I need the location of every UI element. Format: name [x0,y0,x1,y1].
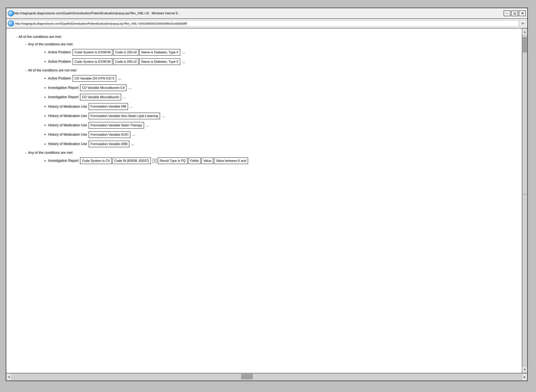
conditions-tree: - All of the conditions are met: - Any o… [16,34,516,164]
ellipsis: ... [118,76,121,81]
horizontal-scrollbar: ◄ ► [6,373,527,381]
tag-box: Formulation Variable DM [89,103,128,110]
level1-any2-label: Any of the conditions are met: [28,150,73,155]
vertical-scrollbar: ▲ ▼ [522,28,527,373]
ellipsis: ... [131,141,134,147]
item-type-label: Investigation Report [48,158,79,163]
bullet-row: • Investigation Report Code System is C4… [44,157,516,164]
item-type-label: History of Medication Use [48,122,87,128]
bullet-dot: • [44,103,46,110]
tag-box: Value [201,157,213,164]
ellipsis: ... [182,59,185,64]
tag-box: CD Variable DX-HTN-ICD 9 [73,75,116,82]
ellipsis: ... [132,132,135,137]
scroll-right-button[interactable]: ► [522,373,527,381]
bullet-dot: • [44,49,46,55]
ellipsis: ... [123,94,126,100]
not-item-3: • Investigation Report CD Variable Micro… [44,94,516,100]
tag-box: Code System is ICD9CM [73,58,112,65]
main-content: - All of the conditions are met: - Any o… [6,28,522,373]
title-bar-controls: ─ ◻ ✕ [503,10,526,16]
bullet-row: • Active Problem Code System is ICD9CM C… [44,49,516,56]
bullet-dot: • [44,122,46,128]
address-bar: http://stagingcds.diagnosisone.com/d1pat… [6,19,527,28]
bullet-dot: • [44,94,46,100]
tag-box: Fields [188,157,201,164]
bullet-dot: • [44,141,46,147]
not-item-7: • History of Medication Use Formulation … [44,131,516,138]
inline-icon[interactable]: ⇩ [152,159,157,163]
scroll-line [523,194,527,195]
refresh-button[interactable]: ⟳ [520,20,526,27]
content-area: - All of the conditions are met: - Any o… [6,28,527,373]
restore-button[interactable]: ◻ [511,10,518,16]
browser-icon [8,10,14,16]
level1-any1-section: - Any of the conditions are met: • Activ… [25,42,516,65]
not-item-5: • History of Medication Use Formulation … [44,113,516,119]
item-type-label: History of Medication Use [48,141,87,147]
scroll-down-button[interactable]: ▼ [522,366,527,373]
scroll-thumb[interactable] [523,37,527,52]
scroll-track [522,35,527,366]
tag-box: CD Variable Microalbumin-C4 [80,84,126,91]
any1-item-2: • Active Problem Code System is ICD9CM C… [44,58,516,65]
tag-box: Formulation Variable ACEI [89,131,130,138]
tag-box: Name is Diabetes, Type II [139,49,180,56]
bullet-row: • History of Medication Use Formulation … [44,113,516,119]
level0-section: - All of the conditions are met: - Any o… [16,34,516,164]
not-item-4: • History of Medication Use Formulation … [44,103,516,110]
tag-box: Code is 250.x2 [113,58,139,65]
tag-box: Code is 250.x0 [113,49,139,56]
level1-any1-header: - Any of the conditions are met: [25,42,516,47]
h-scroll-thumb[interactable] [241,374,253,379]
h-scroll-track [12,373,522,381]
bullet-row: • Investigation Report CD Variable Micro… [44,84,516,91]
tag-box: CD Variable Microalbumin [80,94,121,100]
item-type-label: History of Medication Use [48,104,87,109]
any2-item-1: • Investigation Report Code System is C4… [44,157,516,164]
tag-box: Formulation Variable ARB [89,141,129,147]
bullet-row: • History of Medication Use Formulation … [44,131,516,138]
not-item-8: • History of Medication Use Formulation … [44,141,516,147]
level1-any1-label: Any of the conditions are met: [28,42,73,47]
ellipsis: ... [162,113,165,119]
not-item-6: • History of Medication Use Formulation … [44,122,516,129]
level1-not-header: - All of the conditions are not met: [25,68,516,73]
item-type-label: Active Problem [48,76,71,81]
not-item-2: • Investigation Report CD Variable Micro… [44,84,516,91]
bullet-row: • Investigation Report CD Variable Micro… [44,94,516,100]
address-bar-text[interactable]: http://stagingcds.diagnosisone.com/d1pat… [14,20,519,27]
level0-header: - All of the conditions are met: [16,34,516,40]
item-type-label: Investigation Report [48,85,79,90]
scroll-up-button[interactable]: ▲ [522,28,527,35]
browser-window: http://stagingcds.diagnosisone.com/d1pat… [6,8,528,381]
ellipsis: ... [128,85,131,90]
tag-box: Formulation Variable Non-Statin Lipid Lo… [89,113,160,119]
scroll-left-button[interactable]: ◄ [6,373,12,381]
tag-box: Code System is ICD9CM [73,49,112,56]
bullet-row: • History of Medication Use Formulation … [44,141,516,147]
item-type-label: Investigation Report [48,94,79,100]
close-button[interactable]: ✕ [519,10,526,16]
minimize-button[interactable]: ─ [503,10,510,16]
level1-not-section: - All of the conditions are not met: • A… [25,68,516,147]
bullet-row: • Active Problem Code System is ICD9CM C… [44,58,516,65]
item-type-label: Active Problem [48,50,71,55]
bullet-dot: • [44,85,46,91]
level1-any2-section: - Any of the conditions are met: • Inves… [25,150,516,164]
any1-item-1: • Active Problem Code System is ICD9CM C… [44,49,516,56]
bullet-row: • Active Problem CD Variable DX-HTN-ICD … [44,75,516,82]
item-type-label: History of Medication Use [48,113,87,119]
address-bar-icon [8,20,14,27]
title-bar: http://stagingcds.diagnosisone.com/d1pat… [6,8,527,19]
tag-box: Formulation Variable Statin Therapy [89,122,144,129]
tag-box: Code IN {83036, 83037} [112,157,151,164]
level0-label: All of the conditions are met: [19,34,62,40]
ellipsis: ... [182,50,185,55]
bullet-row: • History of Medication Use Formulation … [44,122,516,129]
tag-box: Value between 6 and [214,157,248,164]
level1-any2-header: - Any of the conditions are met: [25,150,516,155]
tag-box: Code System is C4 [80,157,112,164]
bullet-dot: • [44,59,46,65]
not-item-1: • Active Problem CD Variable DX-HTN-ICD … [44,75,516,82]
